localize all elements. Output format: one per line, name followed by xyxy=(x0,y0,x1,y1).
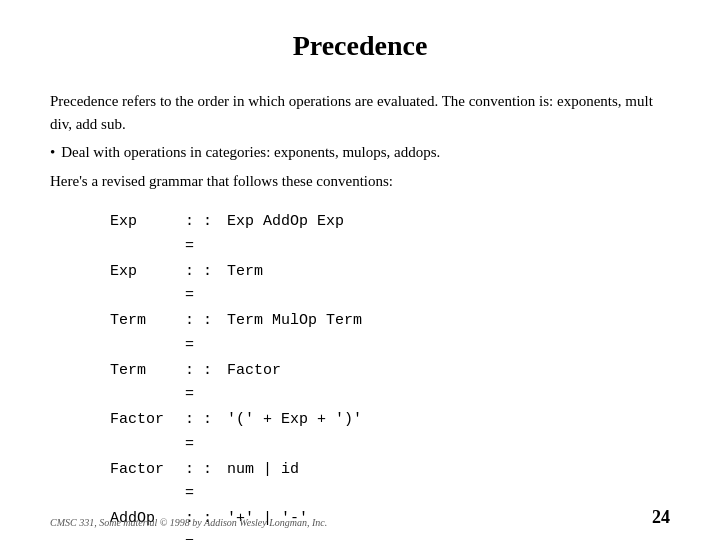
footer-citation: CMSC 331, Some material © 1998 by Addiso… xyxy=(50,517,327,528)
page-number: 24 xyxy=(652,507,670,528)
grammar-lhs: Exp xyxy=(110,210,185,235)
intro-followup: Here's a revised grammar that follows th… xyxy=(50,170,670,193)
intro-paragraph: Precedence refers to the order in which … xyxy=(50,90,670,135)
grammar-lhs: Factor xyxy=(110,458,185,483)
grammar-row: Exp: : =Exp AddOp Exp xyxy=(110,210,670,260)
page: Precedence Precedence refers to the orde… xyxy=(0,0,720,540)
bullet-symbol: • xyxy=(50,141,55,164)
grammar-row: Factor: : =num | id xyxy=(110,458,670,508)
grammar-lhs: Exp xyxy=(110,260,185,285)
grammar-lhs: Term xyxy=(110,309,185,334)
grammar-sep: : : = xyxy=(185,260,227,310)
grammar-rhs: Exp AddOp Exp xyxy=(227,210,344,235)
grammar-rhs: Term MulOp Term xyxy=(227,309,362,334)
page-title: Precedence xyxy=(50,30,670,62)
grammar-sep: : : = xyxy=(185,408,227,458)
grammar-rhs: Factor xyxy=(227,359,281,384)
grammar-sep: : : = xyxy=(185,359,227,409)
grammar-sep: : : = xyxy=(185,458,227,508)
grammar-row: Term: : =Term MulOp Term xyxy=(110,309,670,359)
grammar-sep: : : = xyxy=(185,210,227,260)
grammar-section: Exp: : =Exp AddOp ExpExp: : =TermTerm: :… xyxy=(110,210,670,540)
grammar-rhs: num | id xyxy=(227,458,299,483)
bullet-text: Deal with operations in categories: expo… xyxy=(61,141,440,164)
bullet-item: • Deal with operations in categories: ex… xyxy=(50,141,670,164)
grammar-row: Factor: : ='(' + Exp + ')' xyxy=(110,408,670,458)
grammar-table: Exp: : =Exp AddOp ExpExp: : =TermTerm: :… xyxy=(110,210,670,540)
grammar-row: Term: : =Factor xyxy=(110,359,670,409)
grammar-lhs: Factor xyxy=(110,408,185,433)
grammar-row: Exp: : =Term xyxy=(110,260,670,310)
grammar-rhs: Term xyxy=(227,260,263,285)
footer: CMSC 331, Some material © 1998 by Addiso… xyxy=(50,507,670,528)
grammar-rhs: '(' + Exp + ')' xyxy=(227,408,362,433)
grammar-lhs: Term xyxy=(110,359,185,384)
grammar-sep: : : = xyxy=(185,309,227,359)
